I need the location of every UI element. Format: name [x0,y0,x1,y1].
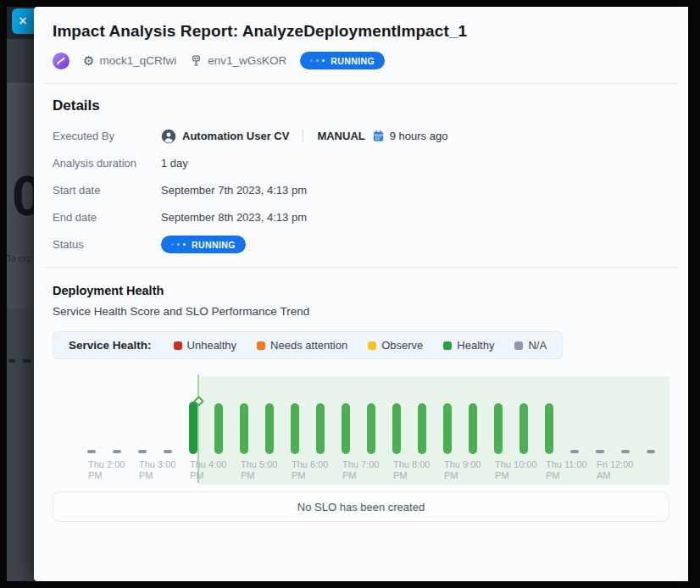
axis-label: Thu 6:00 PM [292,459,328,481]
na-dash[interactable] [164,450,172,453]
status-badge-label: RUNNING [192,240,236,250]
health-bar[interactable] [545,403,553,454]
detail-label: End date [53,211,161,224]
legend-item: N/A [514,339,547,352]
section-divider [44,267,678,268]
health-bar[interactable] [240,403,248,454]
axis-label: Thu 5:00 PM [241,459,277,481]
health-bar[interactable] [418,403,426,454]
health-bar[interactable] [392,403,401,454]
health-bar[interactable] [443,403,452,454]
legend-title: Service Health: [69,339,152,352]
details-heading: Details [53,97,669,114]
section-divider [44,83,678,84]
legend-item-label: Observe [381,339,423,352]
health-bar[interactable] [519,403,528,454]
legend-item-label: N/A [528,339,547,352]
legend-swatch-icon [443,341,452,350]
executed-by-user: Automation User CV [161,129,289,144]
impact-analysis-modal: Impact Analysis Report: AnalyzeDeploymen… [34,7,688,581]
health-bar[interactable] [265,403,274,454]
na-dash[interactable] [113,450,121,453]
environment-name[interactable]: env1_wGsKOR [190,54,286,67]
na-dash[interactable] [596,450,604,453]
na-dash[interactable] [87,450,96,453]
axis-label: Thu 8:00 PM [393,459,430,481]
health-bar[interactable] [367,403,375,454]
health-bar[interactable] [291,403,299,454]
health-bar[interactable] [469,403,477,454]
legend-item: Unhealthy [174,339,237,352]
detail-label: Status [53,238,161,251]
executed-time-label: 9 hours ago [390,130,448,142]
health-bar[interactable] [316,403,325,454]
detail-row: Analysis duration 1 day [53,154,669,172]
trigger-type-label: MANUAL [317,130,364,142]
background-metric-value: 0 [12,168,34,224]
environment-icon [190,54,203,67]
close-icon: × [19,14,26,29]
automation-name-label: mock1_qCRfwi [99,54,176,67]
legend-swatch-icon [174,341,182,350]
detail-value: September 7th 2023, 4:13 pm [161,184,307,197]
deployment-health-subtitle: Service Health Score and SLO Performance… [53,305,669,318]
axis-label: Fri 12:00 AM [597,459,633,481]
legend-swatch-icon [368,341,376,350]
report-avatar-icon [53,53,69,69]
user-avatar-icon [161,129,176,144]
background-chart-dash [23,359,31,363]
report-meta-row: ⚙ mock1_qCRfwi env1_wGsKOR RUNNING [53,52,669,69]
service-health-legend: Service Health: UnhealthyNeeds attention… [53,331,563,359]
health-bar[interactable] [342,403,350,454]
page-title: Impact Analysis Report: AnalyzeDeploymen… [53,22,669,41]
background-partial-text: To exp [7,254,31,263]
detail-label: Executed By [53,130,161,142]
detail-value: September 8th 2023, 4:13 pm [161,211,307,224]
health-bar[interactable] [214,403,223,454]
axis-label: Thu 9:00 PM [444,459,481,481]
detail-row-executed-by: Executed By Automation User CV MANUAL [53,127,669,145]
na-dash[interactable] [570,450,579,453]
legend-swatch-icon [257,341,265,350]
detail-row-status: Status RUNNING [53,236,669,253]
axis-label: Thu 7:00 PM [342,459,379,481]
dimmed-page-behind-modal: 0 To exp [7,7,34,581]
environment-name-label: env1_wGsKOR [208,54,286,67]
axis-label: Thu 3:00 PM [139,459,175,481]
deployment-health-heading: Deployment Health [53,284,669,297]
legend-items: UnhealthyNeeds attentionObserveHealthyN/… [174,339,547,352]
status-badge-label: RUNNING [331,56,375,66]
na-dash[interactable] [621,450,630,453]
status-badge: RUNNING [161,236,246,253]
detail-label: Start date [53,184,161,197]
health-bar[interactable] [494,403,503,454]
legend-item: Needs attention [257,339,347,352]
status-badge: RUNNING [300,52,385,69]
legend-item-label: Needs attention [270,339,347,352]
axis-label: Thu 4:00 PM [190,459,226,481]
no-slo-box: No SLO has been created [53,491,669,522]
gear-icon: ⚙ [83,54,94,67]
executed-time: 9 hours ago [372,130,448,142]
legend-item-label: Unhealthy [187,339,237,352]
executed-by-user-label: Automation User CV [182,130,289,142]
detail-row: Start date September 7th 2023, 4:13 pm [53,181,669,199]
legend-swatch-icon [514,341,523,350]
na-dash[interactable] [138,450,147,453]
axis-label: Thu 11:00 PM [546,459,587,481]
detail-value: 1 day [161,157,188,169]
detail-label: Analysis duration [53,157,161,169]
axis-label: Thu 2:00 PM [88,459,125,481]
page-background: 0 To exp × Impact Analysis Report: Analy… [0,0,700,588]
deployment-health-chart[interactable]: Thu 2:00 PMThu 3:00 PMThu 4:00 PMThu 5:0… [53,371,669,485]
health-bar[interactable] [189,402,197,454]
close-button[interactable]: × [12,8,34,34]
vertical-separator [303,129,303,143]
automation-name[interactable]: ⚙ mock1_qCRfwi [83,54,176,67]
axis-label: Thu 10:00 PM [495,459,537,481]
na-dash[interactable] [647,450,655,453]
calendar-icon [372,130,385,142]
legend-item: Observe [368,339,423,352]
detail-row: End date September 8th 2023, 4:13 pm [53,208,669,226]
legend-item-label: Healthy [457,339,494,352]
